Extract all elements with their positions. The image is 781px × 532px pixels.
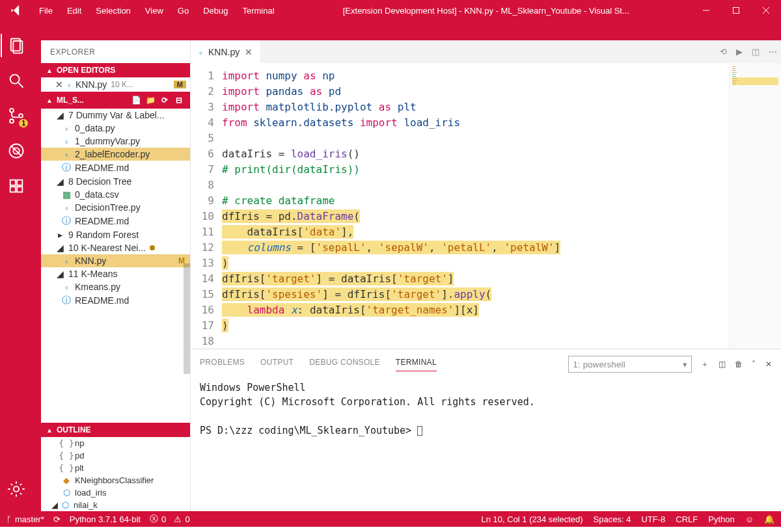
file-item[interactable]: ⓘREADME.md [41,293,190,308]
title-bar: File Edit Selection View Go Debug Termin… [0,0,781,21]
minimize-button[interactable] [691,0,721,21]
run-icon[interactable]: ▶ [736,47,743,57]
split-editor-icon[interactable]: ◫ [752,47,760,57]
open-editor-item[interactable]: ✕ ⬨ KNN.py 10 K... M [41,77,190,92]
minimap[interactable]: ▬▬▬▬▬▬▬▬▬▬▬▬▬▬▬▬▬▬▬▬▬▬▬▬▬▬▬▬▬▬▬▬▬▬▬▬▬▬▬▬… [729,63,781,349]
menu-view[interactable]: View [139,2,170,20]
svg-rect-15 [17,180,22,185]
compare-changes-icon[interactable]: ⟲ [720,47,727,57]
sidebar: EXPLORER ▲OPEN EDITORS ✕ ⬨ KNN.py 10 K..… [41,40,191,511]
outline-item[interactable]: { }pd [41,449,190,462]
file-item[interactable]: ⬨Kmeans.py [41,280,190,293]
extensions-view-icon[interactable] [1,170,32,202]
file-item[interactable]: ⬨DecisionTree.py [41,201,190,214]
close-button[interactable] [751,0,781,21]
panel-tab-debug-console[interactable]: DEBUG CONSOLE [309,358,380,371]
scm-badge: 1 [19,119,28,127]
maximize-panel-icon[interactable]: ˄ [752,360,756,369]
code-editor[interactable]: 123456789101112131415161718 import numpy… [191,63,781,349]
language-status[interactable]: Python [708,514,734,524]
new-file-icon[interactable]: 📄 [130,94,142,106]
panel-tab-problems[interactable]: PROBLEMS [200,358,245,371]
folder-item[interactable]: ◢7 Dummy Var & Label... [41,109,190,122]
outline-tree: { }np{ }pd{ }plt◆KNeighborsClassifier⬡lo… [41,437,190,511]
new-folder-icon[interactable]: 📁 [144,94,156,106]
svg-point-8 [10,109,14,113]
svg-point-9 [10,119,14,123]
terminal[interactable]: Windows PowerShellCopyright (C) Microsof… [191,377,781,511]
open-editors-header[interactable]: ▲OPEN EDITORS [41,63,190,77]
terminal-select[interactable]: 1: powershell▾ [568,356,692,373]
python-interpreter[interactable]: Python 3.7.1 64-bit [70,514,141,524]
file-item[interactable]: ▦0_data.csv [41,188,190,201]
activity-bar: 1 [0,21,33,511]
close-icon[interactable]: ✕ [55,79,63,90]
notifications-icon[interactable]: 🔔 [764,514,774,524]
close-panel-icon[interactable]: ✕ [765,360,772,369]
file-item[interactable]: ⬨2_labelEncoder.py [41,148,190,161]
source-control-icon[interactable]: 1 [1,100,32,131]
outline-item[interactable]: ⬡load_iris [41,486,190,499]
svg-rect-1 [733,8,739,14]
outline-item[interactable]: { }plt [41,462,190,474]
more-actions-icon[interactable]: ⋯ [769,47,777,57]
svg-point-6 [10,75,20,84]
modified-badge: M [174,81,186,88]
folder-item[interactable]: ◢10 K-Nearest Nei... [41,241,190,254]
new-terminal-icon[interactable]: ＋ [701,359,709,370]
panel-tab-output[interactable]: OUTPUT [260,358,294,371]
svg-line-7 [19,83,23,88]
file-item[interactable]: ⓘREADME.md [41,161,190,175]
sync-icon[interactable]: ⟳ [53,514,61,524]
problems-status[interactable]: ⓧ 0 ⚠ 0 [150,513,190,525]
python-file-icon: ⬨ [67,81,72,88]
folder-item[interactable]: ◢8 Decision Tree [41,175,190,188]
collapse-all-icon[interactable]: ⊟ [173,94,185,106]
editor-tabs: ⬨ KNN.py ✕ ⟲ ▶ ◫ ⋯ [191,40,781,63]
maximize-button[interactable] [721,0,751,21]
editor-area: ⬨ KNN.py ✕ ⟲ ▶ ◫ ⋯ 123456789101112131415… [191,40,781,511]
outline-item[interactable]: { }np [41,437,190,449]
file-tree: ◢7 Dummy Var & Label...⬨0_data.py⬨1_dumm… [41,109,190,423]
refresh-icon[interactable]: ⟳ [159,94,171,106]
menu-edit[interactable]: Edit [61,2,88,20]
settings-gear-icon[interactable] [1,473,32,505]
file-item[interactable]: ⬨KNN.pyM [41,254,190,267]
folder-item[interactable]: ◢11 K-Means [41,267,190,280]
outline-item[interactable]: ◢⬡nilai_k [41,499,190,511]
menu-selection[interactable]: Selection [89,2,137,20]
split-terminal-icon[interactable]: ◫ [719,360,726,369]
python-file-icon: ⬨ [199,48,203,56]
close-tab-icon[interactable]: ✕ [245,47,253,57]
panel-tab-terminal[interactable]: TERMINAL [396,358,437,371]
bottom-panel: PROBLEMS OUTPUT DEBUG CONSOLE TERMINAL 1… [191,349,781,511]
eol-status[interactable]: CRLF [676,514,698,524]
tab-knn[interactable]: ⬨ KNN.py ✕ [191,40,261,63]
workspace-header[interactable]: ▲ML_S... 📄 📁 ⟳ ⊟ [41,92,190,109]
menu-debug[interactable]: Debug [197,2,234,20]
search-view-icon[interactable] [1,65,32,96]
cursor-position[interactable]: Ln 10, Col 1 (234 selected) [482,514,583,524]
folder-item[interactable]: ▸9 Random Forest [41,228,190,241]
indentation-status[interactable]: Spaces: 4 [594,514,631,524]
debug-view-icon[interactable] [1,135,32,166]
explorer-view-icon[interactable] [1,30,32,61]
git-branch[interactable]: ᚶ master* [7,514,44,524]
svg-line-12 [11,146,21,156]
kill-terminal-icon[interactable]: 🗑 [735,360,743,369]
svg-rect-14 [10,180,16,185]
file-item[interactable]: ⬨1_dummyVar.py [41,135,190,148]
menu-file[interactable]: File [33,2,59,20]
file-item[interactable]: ⓘREADME.md [41,214,190,228]
menu-terminal[interactable]: Terminal [236,2,281,20]
scrollbar[interactable] [184,263,190,374]
outline-item[interactable]: ◆KNeighborsClassifier [41,474,190,486]
menu-go[interactable]: Go [171,2,195,20]
line-number-gutter: 123456789101112131415161718 [191,63,222,349]
code-content[interactable]: import numpy as npimport pandas as pdimp… [222,63,781,349]
file-item[interactable]: ⬨0_data.py [41,122,190,135]
feedback-icon[interactable]: ☺ [745,514,754,524]
outline-header[interactable]: ▲OUTLINE [41,423,190,437]
menu-bar: File Edit Selection View Go Debug Termin… [33,2,281,20]
encoding-status[interactable]: UTF-8 [641,514,665,524]
